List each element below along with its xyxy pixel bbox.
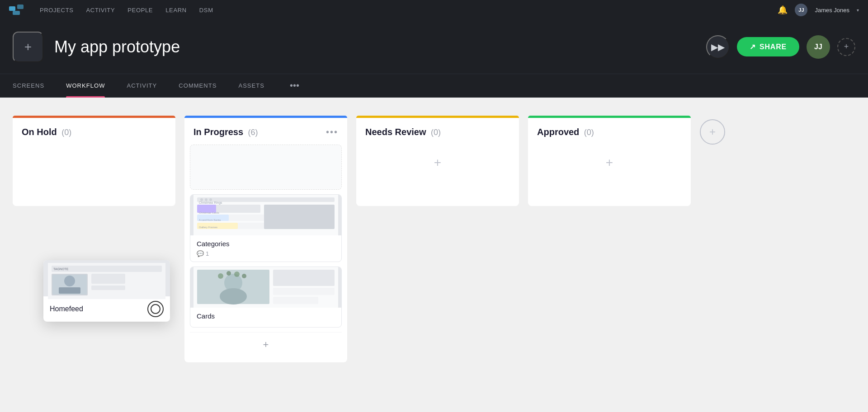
- card-cards-image: [190, 267, 341, 308]
- nav-dsm[interactable]: DSM: [199, 7, 213, 14]
- column-title-approved: Approved: [537, 127, 579, 137]
- column-in-progress: In Progress (6) •••: [184, 116, 347, 362]
- nav-people[interactable]: PEOPLE: [127, 7, 153, 14]
- comment-icon: 💬: [197, 250, 204, 257]
- play-icon: ▶▶: [711, 42, 725, 52]
- column-on-hold: On Hold (0) TAGNOTE: [13, 116, 175, 206]
- svg-text:Christmas Cards: Christmas Cards: [199, 211, 219, 214]
- drag-cursor-icon: [147, 301, 164, 317]
- svg-text:Gallery Frames: Gallery Frames: [199, 226, 217, 229]
- top-navigation: PROJECTS ACTIVITY PEOPLE LEARN DSM 🔔 JJ …: [0, 0, 868, 20]
- nav-projects[interactable]: PROJECTS: [40, 7, 74, 14]
- svg-rect-0: [9, 6, 15, 11]
- card-cards-title: Cards: [197, 312, 335, 320]
- tabs-more-button[interactable]: •••: [290, 80, 299, 91]
- svg-point-33: [220, 288, 247, 304]
- avatar: JJ: [807, 35, 830, 59]
- svg-point-37: [218, 273, 223, 279]
- svg-point-13: [151, 304, 160, 314]
- project-header: + My app prototype ▶▶ ↗ SHARE JJ +: [0, 20, 868, 74]
- column-count-approved: (0): [584, 128, 594, 137]
- column-count-in-progress: (6): [248, 128, 258, 137]
- logo[interactable]: [9, 4, 25, 16]
- page-title: My app prototype: [54, 37, 180, 56]
- share-icon: ↗: [750, 42, 756, 51]
- nav-right-section: 🔔 JJ James Jones ▾: [778, 4, 859, 16]
- nav-avatar-small: JJ: [795, 4, 807, 16]
- card-categories-comments: 💬 1: [197, 250, 335, 257]
- comment-count: 1: [206, 250, 209, 257]
- card-categories[interactable]: Christmas Rings Christmas Cards A card f…: [190, 194, 342, 262]
- drag-preview-content: Homefeed: [43, 296, 170, 322]
- card-cards[interactable]: Cards: [190, 267, 342, 328]
- nav-activity[interactable]: ACTIVITY: [86, 7, 115, 14]
- nav-links: PROJECTS ACTIVITY PEOPLE LEARN DSM: [40, 7, 763, 14]
- card-placeholder: [190, 145, 342, 190]
- svg-text:TAGNOTE: TAGNOTE: [53, 267, 69, 271]
- drag-preview-image: TAGNOTE: [43, 260, 170, 296]
- svg-rect-1: [17, 5, 24, 9]
- header-right: ▶▶ ↗ SHARE JJ +: [706, 35, 855, 59]
- add-column-button[interactable]: +: [700, 119, 725, 145]
- nav-learn[interactable]: LEARN: [165, 7, 187, 14]
- svg-point-39: [234, 272, 240, 277]
- svg-rect-25: [264, 205, 335, 229]
- add-card-button-in-progress[interactable]: +: [190, 332, 342, 357]
- svg-text:A card from Santa: A card from Santa: [199, 219, 221, 221]
- share-button[interactable]: ↗ SHARE: [737, 37, 799, 56]
- svg-rect-35: [273, 288, 335, 295]
- header-left: + My app prototype: [13, 32, 180, 62]
- column-menu-button[interactable]: •••: [326, 127, 338, 137]
- svg-text:Christmas Rings: Christmas Rings: [199, 201, 222, 205]
- svg-rect-34: [273, 270, 335, 286]
- column-header-on-hold: On Hold (0): [13, 118, 175, 145]
- column-header-in-progress: In Progress (6) •••: [184, 118, 347, 145]
- nav-chevron-icon[interactable]: ▾: [857, 8, 859, 13]
- share-label: SHARE: [760, 43, 787, 51]
- drag-preview-card[interactable]: TAGNOTE Homefeed: [43, 260, 170, 322]
- column-title-in-progress: In Progress: [193, 127, 243, 137]
- add-card-button-needs-review[interactable]: +: [356, 145, 519, 181]
- add-project-button[interactable]: +: [13, 32, 43, 62]
- tab-screens[interactable]: SCREENS: [13, 74, 44, 98]
- add-member-button[interactable]: +: [837, 38, 855, 56]
- column-title-needs-review: Needs Review: [365, 127, 426, 137]
- column-count-on-hold: (0): [61, 128, 71, 137]
- in-progress-column-body: Christmas Rings Christmas Cards A card f…: [184, 145, 347, 362]
- svg-point-10: [64, 276, 75, 286]
- nav-username[interactable]: James Jones: [815, 7, 849, 14]
- svg-rect-11: [59, 287, 80, 294]
- card-cards-body: Cards: [190, 308, 341, 327]
- svg-rect-6: [91, 274, 125, 284]
- tab-workflow[interactable]: WORKFLOW: [66, 74, 105, 98]
- card-categories-title: Categories: [197, 240, 335, 248]
- svg-rect-7: [91, 286, 125, 290]
- column-header-approved: Approved (0): [528, 118, 691, 145]
- svg-rect-2: [13, 11, 20, 15]
- main-content: On Hold (0) TAGNOTE: [0, 98, 868, 412]
- tabs-bar: SCREENS WORKFLOW ACTIVITY COMMENTS ASSET…: [0, 74, 868, 98]
- tab-activity[interactable]: ACTIVITY: [127, 74, 157, 98]
- column-needs-review: Needs Review (0) +: [356, 116, 519, 206]
- svg-point-38: [226, 271, 231, 276]
- card-categories-body: Categories 💬 1: [190, 235, 341, 262]
- notification-bell-icon[interactable]: 🔔: [778, 5, 788, 15]
- svg-rect-36: [273, 297, 318, 304]
- preview-play-button[interactable]: ▶▶: [706, 35, 730, 59]
- svg-point-40: [242, 274, 246, 278]
- tab-comments[interactable]: COMMENTS: [179, 74, 217, 98]
- column-approved: Approved (0) +: [528, 116, 691, 206]
- column-count-needs-review: (0): [431, 128, 441, 137]
- svg-rect-8: [91, 291, 116, 295]
- drag-preview-title: Homefeed: [50, 305, 142, 313]
- column-title-on-hold: On Hold: [22, 127, 57, 137]
- tab-assets[interactable]: ASSETS: [238, 74, 264, 98]
- add-card-button-approved[interactable]: +: [528, 145, 691, 181]
- column-header-needs-review: Needs Review (0): [356, 118, 519, 145]
- card-categories-image: Christmas Rings Christmas Cards A card f…: [190, 195, 341, 235]
